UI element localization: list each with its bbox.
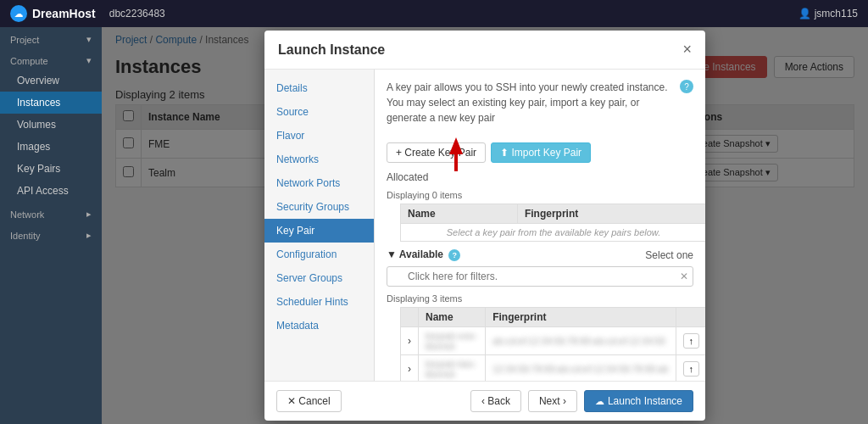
add-key-pair-button-1[interactable]: ↑: [683, 333, 700, 349]
allocated-section: Allocated Displaying 0 items Name Finger…: [387, 171, 693, 242]
modal-nav-flavor[interactable]: Flavor: [264, 124, 374, 148]
avail-row-name-2: keypair-two-blurred: [419, 355, 486, 382]
allocated-empty-row: Select a key pair from the available key…: [401, 224, 706, 242]
allocated-empty-text: Select a key pair from the available key…: [401, 224, 706, 242]
main-layout: Project ▾ Compute ▾ Overview Instances V…: [0, 27, 868, 424]
clear-filter-icon[interactable]: ✕: [680, 271, 688, 282]
available-row-2: › keypair-two-blurred 12:34:56:78:90:ab:…: [401, 355, 706, 382]
cloud-icon: ☁: [595, 396, 604, 407]
info-row: A key pair allows you to SSH into your n…: [387, 80, 693, 134]
allocated-label: Allocated: [387, 171, 428, 183]
available-table: Name Fingerprint › keypair-one-blurred: [400, 307, 705, 381]
chevron-right-icon-identity: ▸: [86, 230, 92, 241]
cancel-button[interactable]: ✕ Cancel: [276, 390, 342, 412]
modal-footer: ✕ Cancel ‹ Back Next › ☁ Launch Instance: [264, 381, 705, 421]
back-button[interactable]: ‹ Back: [470, 390, 521, 412]
avail-th-add: [676, 308, 705, 327]
modal-nav-server-groups[interactable]: Server Groups: [264, 266, 374, 290]
available-section: ▼ Available ? Select one 🔍 ✕ Displaying: [387, 248, 693, 381]
sidebar-item-key-pairs[interactable]: Key Pairs: [0, 158, 102, 180]
modal-nav-configuration[interactable]: Configuration: [264, 243, 374, 266]
user-icon: 👤: [798, 8, 814, 20]
modal-nav-networks[interactable]: Networks: [264, 148, 374, 171]
project-dropdown[interactable]: dbc2236483: [109, 8, 165, 20]
sidebar-item-overview[interactable]: Overview: [0, 70, 102, 92]
sidebar-item-volumes[interactable]: Volumes: [0, 114, 102, 136]
action-buttons: + Create Key Pair ⬆ Import Key Pair: [387, 142, 693, 163]
modal-nav-security-groups[interactable]: Security Groups: [264, 195, 374, 219]
sidebar-section-compute-label: Compute: [10, 56, 48, 66]
chevron-right-icon-network: ▸: [86, 209, 92, 220]
sidebar-section-identity-label: Identity: [10, 231, 40, 241]
user-menu[interactable]: 👤 jsmch115: [798, 8, 858, 20]
modal-title: Launch Instance: [278, 42, 385, 58]
sidebar-section-project-label: Project: [10, 35, 39, 45]
sidebar-item-images[interactable]: Images: [0, 136, 102, 158]
modal-nav-details[interactable]: Details: [264, 76, 374, 100]
modal-nav-source[interactable]: Source: [264, 100, 374, 124]
allocated-th-fingerprint: Fingerprint: [517, 204, 705, 224]
modal-nav-scheduler-hints[interactable]: Scheduler Hints: [264, 290, 374, 314]
next-button[interactable]: Next ›: [528, 390, 577, 412]
avail-row-fp-1: ab:cd:ef:12:34:56:78:90:ab:cd:ef:12:34:5…: [486, 327, 676, 355]
sidebar-section-network-label: Network: [10, 209, 44, 220]
username: jsmch115: [815, 8, 858, 20]
sidebar-section-identity[interactable]: Identity ▸: [0, 223, 102, 244]
avail-row-fp-2: 12:34:56:78:90:ab:cd:ef:12:34:56:78:90:a…: [486, 355, 676, 382]
expand-icon-1[interactable]: ›: [401, 327, 419, 355]
allocated-table: Name Fingerprint Select a key pair from …: [400, 204, 705, 242]
filter-input[interactable]: [387, 266, 693, 287]
launch-label: Launch Instance: [608, 395, 682, 407]
add-key-pair-button-2[interactable]: ↑: [683, 361, 700, 377]
sidebar-section-network[interactable]: Network ▸: [0, 202, 102, 223]
launch-button[interactable]: ☁ Launch Instance: [584, 390, 693, 412]
import-label: Import Key Pair: [511, 147, 581, 159]
select-one-label: Select one: [645, 249, 693, 261]
expand-icon-2[interactable]: ›: [401, 355, 419, 382]
available-help-icon[interactable]: ?: [448, 249, 460, 261]
available-header: ▼ Available ? Select one: [387, 248, 693, 261]
avail-add-2[interactable]: ↑: [676, 355, 705, 382]
allocated-displaying: Displaying 0 items: [387, 190, 693, 200]
chevron-down-icon-compute: ▾: [86, 55, 92, 66]
content-area: Project / Compute / Instances Instances …: [102, 27, 868, 424]
allocated-th-name: Name: [401, 204, 518, 224]
modal-nav-network-ports[interactable]: Network Ports: [264, 171, 374, 195]
launch-instance-modal: Launch Instance × Details Source Flavor …: [264, 31, 705, 421]
logo-icon: ☁: [10, 5, 27, 22]
filter-wrap: 🔍 ✕: [387, 266, 693, 287]
import-key-pair-button[interactable]: ⬆ Import Key Pair: [491, 142, 591, 163]
brand-name: DreamHost: [32, 7, 96, 20]
avail-th-expand: [401, 308, 419, 327]
avail-th-name: Name: [419, 308, 486, 327]
modal-overlay: Launch Instance × Details Source Flavor …: [102, 27, 868, 424]
available-row-1: › keypair-one-blurred ab:cd:ef:12:34:56:…: [401, 327, 706, 355]
nav-left: ☁ DreamHost dbc2236483: [10, 5, 165, 22]
modal-header: Launch Instance ×: [264, 31, 705, 70]
modal-close-button[interactable]: ×: [682, 41, 692, 59]
modal-nav: Details Source Flavor Networks Network P…: [264, 70, 375, 381]
sidebar: Project ▾ Compute ▾ Overview Instances V…: [0, 27, 102, 424]
sidebar-section-project[interactable]: Project ▾: [0, 27, 102, 48]
sidebar-section-compute[interactable]: Compute ▾: [0, 48, 102, 70]
info-text: A key pair allows you to SSH into your n…: [387, 80, 673, 126]
modal-nav-key-pair[interactable]: Key Pair: [264, 219, 374, 243]
help-icon[interactable]: ?: [680, 80, 693, 93]
modal-body: Details Source Flavor Networks Network P…: [264, 70, 705, 381]
create-key-pair-button[interactable]: + Create Key Pair: [387, 142, 486, 163]
avail-add-1[interactable]: ↑: [676, 327, 705, 355]
logo: ☁ DreamHost: [10, 5, 96, 22]
chevron-down-icon: ▾: [86, 34, 92, 45]
available-label[interactable]: ▼ Available ?: [387, 248, 460, 261]
modal-nav-metadata[interactable]: Metadata: [264, 314, 374, 338]
footer-right: ‹ Back Next › ☁ Launch Instance: [470, 390, 693, 412]
import-icon: ⬆: [500, 147, 511, 159]
sidebar-item-api-access[interactable]: API Access: [0, 180, 102, 202]
modal-content: A key pair allows you to SSH into your n…: [375, 70, 705, 381]
top-nav: ☁ DreamHost dbc2236483 👤 jsmch115: [0, 0, 868, 27]
available-displaying: Displaying 3 items: [387, 293, 693, 304]
avail-th-fingerprint: Fingerprint: [486, 308, 676, 327]
avail-row-name-1: keypair-one-blurred: [419, 327, 486, 355]
sidebar-item-instances[interactable]: Instances: [0, 92, 102, 114]
